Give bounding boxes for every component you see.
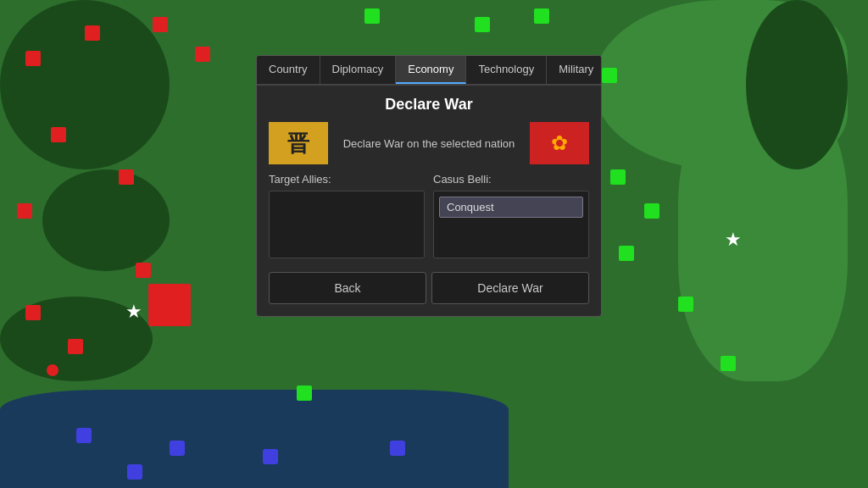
- map-marker-blue: [263, 449, 278, 464]
- flag-left: 晋: [269, 122, 328, 164]
- flag-right-symbol: ✿: [551, 131, 568, 155]
- target-allies-label: Target Allies:: [269, 173, 425, 186]
- map-marker-green: [475, 17, 490, 32]
- declare-war-description: Declare War on the selected nation: [337, 137, 521, 150]
- declare-war-button[interactable]: Declare War: [431, 272, 589, 304]
- map-marker-red: [25, 305, 41, 320]
- tab-country[interactable]: Country: [257, 56, 320, 84]
- map-marker-red: [153, 17, 168, 32]
- tabs-bar: Country Diplomacy Economy Technology Mil…: [257, 56, 601, 86]
- map-marker-blue: [127, 464, 142, 480]
- map-marker-green: [364, 8, 380, 24]
- dialog-title: Declare War: [257, 86, 601, 122]
- map-marker-green: [721, 356, 736, 371]
- map-marker-circle-red: [47, 364, 58, 376]
- info-row: Target Allies: Casus Belli: Conquest: [257, 173, 601, 258]
- tab-diplomacy[interactable]: Diplomacy: [320, 56, 397, 84]
- map-marker-blue: [170, 441, 185, 456]
- map-marker-green: [602, 68, 617, 83]
- target-allies-col: Target Allies:: [269, 173, 425, 258]
- target-allies-content: [269, 191, 425, 258]
- casus-belli-content: Conquest: [433, 191, 589, 258]
- map-marker-red: [136, 263, 151, 278]
- dialog-content: Declare War 晋 Declare War on the selecte…: [257, 86, 601, 316]
- map-marker-green: [678, 297, 693, 312]
- tab-economy[interactable]: Economy: [396, 56, 466, 84]
- map-marker-red: [85, 25, 100, 41]
- flag-left-symbol: 晋: [287, 129, 309, 158]
- map-marker-red-large: [148, 284, 191, 326]
- map-marker-blue: [390, 441, 405, 456]
- flags-row: 晋 Declare War on the selected nation ✿: [257, 122, 601, 173]
- map-marker-red: [17, 203, 32, 219]
- map-marker-green: [644, 203, 659, 219]
- declare-war-dialog: Country Diplomacy Economy Technology Mil…: [256, 55, 602, 317]
- map-marker-green: [297, 385, 312, 401]
- tab-technology[interactable]: Technology: [466, 56, 547, 84]
- map-marker-red: [68, 339, 83, 354]
- map-star-left: ★: [125, 301, 141, 316]
- map-star-right: ★: [725, 229, 740, 244]
- map-marker-red: [195, 47, 210, 62]
- map-marker-green: [534, 8, 549, 24]
- tab-military[interactable]: Military: [547, 56, 602, 84]
- map-marker-blue: [76, 428, 92, 443]
- button-row: Back Declare War: [257, 265, 601, 308]
- casus-belli-label: Casus Belli:: [433, 173, 589, 186]
- casus-belli-col: Casus Belli: Conquest: [433, 173, 589, 258]
- map-marker-red: [119, 169, 134, 185]
- map-marker-green: [619, 246, 634, 261]
- casus-belli-conquest[interactable]: Conquest: [439, 197, 583, 218]
- back-button[interactable]: Back: [269, 272, 426, 304]
- map-marker-red: [25, 51, 41, 66]
- map-marker-green: [610, 169, 626, 185]
- flag-right: ✿: [530, 122, 589, 164]
- map-marker-red: [51, 127, 66, 142]
